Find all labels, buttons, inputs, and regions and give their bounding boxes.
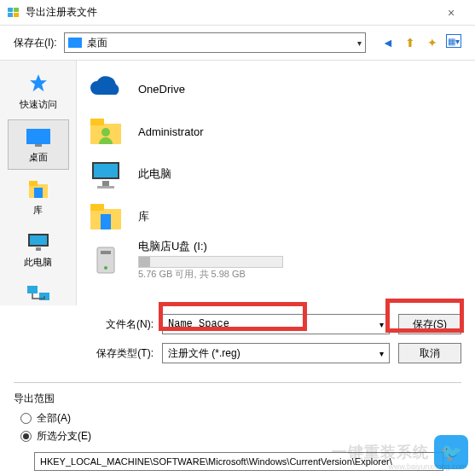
svg-point-26 bbox=[104, 266, 107, 270]
close-button[interactable]: × bbox=[434, 6, 468, 20]
toolbar-icons: ◄ ⬆ ✦ ▦▾ bbox=[379, 34, 461, 51]
desktop-screen-icon bbox=[25, 125, 52, 149]
library-folder-icon bbox=[85, 199, 126, 235]
svg-rect-19 bbox=[102, 181, 109, 186]
filename-input[interactable]: Name Space ▾ bbox=[162, 314, 390, 334]
sidebar-label: 库 bbox=[33, 204, 43, 217]
star-icon bbox=[25, 73, 52, 96]
filetype-value: 注册文件 (*.reg) bbox=[168, 346, 240, 361]
storage-bar bbox=[138, 256, 283, 268]
library-icon bbox=[25, 178, 52, 202]
body: 快速访问 桌面 库 此电脑 网络 OneDrive Administrator bbox=[0, 60, 475, 305]
window-title: 导出注册表文件 bbox=[26, 5, 434, 20]
list-item-admin[interactable]: Administrator bbox=[85, 110, 466, 153]
radio-branch-label: 所选分支(E) bbox=[37, 429, 91, 444]
svg-rect-18 bbox=[94, 164, 118, 177]
item-label: OneDrive bbox=[138, 83, 185, 96]
sidebar-label: 快速访问 bbox=[20, 98, 57, 111]
export-range-label: 导出范围 bbox=[14, 392, 461, 406]
network-icon bbox=[25, 282, 52, 305]
chevron-down-icon: ▾ bbox=[357, 38, 362, 48]
svg-rect-12 bbox=[27, 286, 38, 293]
svg-rect-20 bbox=[97, 186, 114, 189]
svg-rect-22 bbox=[90, 204, 104, 211]
separator bbox=[14, 382, 461, 383]
chevron-down-icon: ▾ bbox=[379, 349, 384, 358]
list-item-libraries[interactable]: 库 bbox=[85, 195, 466, 238]
svg-rect-10 bbox=[30, 235, 47, 245]
sidebar-item-thispc[interactable]: 此电脑 bbox=[8, 225, 69, 274]
filetype-label: 保存类型(T): bbox=[85, 346, 154, 361]
svg-rect-7 bbox=[29, 181, 38, 186]
filename-value: Name Space bbox=[168, 318, 229, 330]
watermark-text: 一键重装系统 bbox=[332, 442, 429, 462]
watermark-url: www.baiyunxitong.com bbox=[388, 462, 466, 471]
item-label: 库 bbox=[138, 209, 149, 224]
svg-rect-25 bbox=[101, 251, 111, 254]
save-button[interactable]: 保存(S) bbox=[398, 314, 461, 334]
item-sublabel: 5.76 GB 可用, 共 5.98 GB bbox=[138, 268, 283, 281]
toolbar: 保存在(I): 桌面 ▾ ◄ ⬆ ✦ ▦▾ bbox=[0, 26, 475, 60]
cancel-button[interactable]: 取消 bbox=[398, 343, 461, 363]
location-text: 桌面 bbox=[87, 36, 107, 50]
list-item-usb[interactable]: 电脑店U盘 (I:) 5.76 GB 可用, 共 5.98 GB bbox=[85, 238, 466, 281]
list-item-thispc[interactable]: 此电脑 bbox=[85, 153, 466, 195]
svg-rect-11 bbox=[36, 247, 41, 251]
svg-rect-4 bbox=[26, 129, 50, 144]
sidebar-label: 此电脑 bbox=[24, 256, 52, 269]
sidebar-item-network[interactable]: 网络 bbox=[8, 277, 69, 305]
svg-rect-15 bbox=[90, 119, 104, 125]
up-icon[interactable]: ⬆ bbox=[402, 34, 419, 51]
cloud-icon bbox=[85, 71, 126, 107]
list-item-onedrive[interactable]: OneDrive bbox=[85, 67, 466, 110]
sidebar-item-desktop[interactable]: 桌面 bbox=[8, 119, 69, 170]
item-label: Administrator bbox=[138, 125, 204, 138]
radio-icon-selected bbox=[20, 431, 32, 442]
view-icon[interactable]: ▦▾ bbox=[446, 34, 461, 48]
svg-rect-1 bbox=[14, 8, 19, 12]
item-label: 此电脑 bbox=[138, 166, 171, 182]
user-folder-icon bbox=[85, 113, 126, 149]
filetype-combo[interactable]: 注册文件 (*.reg) ▾ bbox=[162, 343, 390, 363]
watermark: 一键重装系统 🐦 www.baiyunxitong.com bbox=[332, 435, 468, 469]
desktop-icon bbox=[68, 38, 82, 48]
app-icon bbox=[7, 6, 20, 20]
svg-rect-23 bbox=[101, 214, 111, 229]
form-area: 文件名(N): Name Space ▾ 保存(S) 保存类型(T): 注册文件… bbox=[0, 305, 475, 377]
item-label: 电脑店U盘 (I:) bbox=[138, 239, 283, 254]
filetype-row: 保存类型(T): 注册文件 (*.reg) ▾ 取消 bbox=[85, 343, 461, 363]
svg-rect-8 bbox=[34, 188, 43, 198]
places-sidebar: 快速访问 桌面 库 此电脑 网络 bbox=[0, 61, 77, 305]
radio-all[interactable]: 全部(A) bbox=[20, 411, 455, 426]
svg-rect-3 bbox=[14, 13, 19, 17]
filename-row: 文件名(N): Name Space ▾ 保存(S) bbox=[85, 314, 461, 334]
radio-all-label: 全部(A) bbox=[37, 411, 71, 426]
sidebar-label: 桌面 bbox=[29, 151, 48, 164]
location-combo[interactable]: 桌面 ▾ bbox=[64, 32, 366, 53]
file-list[interactable]: OneDrive Administrator 此电脑 库 电脑店U盘 (I:) … bbox=[77, 61, 475, 305]
sidebar-item-libraries[interactable]: 库 bbox=[8, 173, 69, 222]
chevron-down-icon: ▾ bbox=[379, 320, 384, 329]
monitor-icon bbox=[25, 230, 52, 254]
pc-icon bbox=[85, 156, 126, 192]
svg-rect-0 bbox=[8, 8, 13, 12]
save-in-label: 保存在(I): bbox=[14, 36, 57, 50]
svg-rect-2 bbox=[8, 13, 13, 17]
back-icon[interactable]: ◄ bbox=[379, 34, 397, 51]
new-folder-icon[interactable]: ✦ bbox=[424, 34, 441, 51]
filename-label: 文件名(N): bbox=[85, 317, 154, 332]
sidebar-item-quickaccess[interactable]: 快速访问 bbox=[8, 67, 69, 116]
svg-point-16 bbox=[101, 128, 110, 136]
svg-rect-5 bbox=[35, 144, 42, 147]
drive-icon bbox=[85, 241, 126, 277]
radio-icon bbox=[20, 413, 32, 424]
title-bar: 导出注册表文件 × bbox=[0, 0, 475, 26]
